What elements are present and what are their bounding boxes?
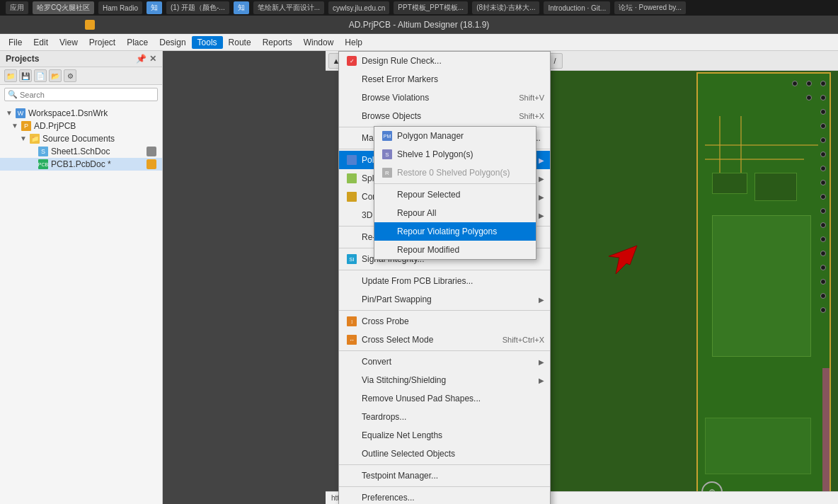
tools-update-pcb-libs[interactable]: Update From PCB Libraries... xyxy=(339,272,550,290)
menu-sep-9 xyxy=(339,486,550,487)
sys-tab-6[interactable]: 笔绘新人平面设计... xyxy=(253,1,324,14)
menu-tools[interactable]: Tools xyxy=(192,36,223,49)
tree-project[interactable]: ▼ P AD.PrjPCB xyxy=(0,120,162,132)
sidebar-title: Projects xyxy=(6,54,39,64)
pcb-border-right xyxy=(822,368,830,504)
tools-via-stitching[interactable]: Via Stitching/Shielding ▶ xyxy=(339,371,550,389)
sys-tab-10[interactable]: Introduction · Git... xyxy=(544,1,610,14)
repour-violating-icon xyxy=(380,224,394,239)
submenu-repour-modified[interactable]: Repour Modified xyxy=(374,241,536,259)
tools-remove-pad-shapes[interactable]: Remove Unused Pad Shapes... xyxy=(339,389,550,408)
pcb-chip-1 xyxy=(712,173,747,194)
via-stitching-icon xyxy=(345,373,359,387)
sys-tab-3[interactable]: 知 xyxy=(147,1,162,14)
pcb-hole xyxy=(820,137,826,143)
tools-cross-probe[interactable]: ↕ Cross Probe xyxy=(339,312,550,331)
pcb-hole xyxy=(806,81,812,86)
testpoint-icon xyxy=(345,469,359,483)
repour-modified-icon xyxy=(380,243,394,257)
sidebar-btn-folder[interactable]: 📁 xyxy=(4,69,17,82)
tree-workspace[interactable]: ▼ W Workspace1.DsnWrk xyxy=(0,107,162,120)
menu-sep-8 xyxy=(339,464,550,465)
menu-help[interactable]: Help xyxy=(339,36,368,49)
update-pcb-libs-icon xyxy=(345,274,359,288)
sys-tab-2[interactable]: Ham Radio xyxy=(98,1,142,14)
pcb-board: ⊕ xyxy=(696,72,831,504)
tree-source-docs[interactable]: ▼ 📁 Source Documents xyxy=(0,132,162,145)
sidebar-btn-open[interactable]: 📂 xyxy=(49,69,62,82)
search-box[interactable]: 🔍 xyxy=(4,88,158,101)
split-planes-arrow: ▶ xyxy=(539,175,544,183)
pcb-hole xyxy=(820,109,826,115)
tools-browse-violations[interactable]: Browse Violations Shift+V xyxy=(339,88,550,107)
pcb-icon: PCB xyxy=(38,159,48,169)
apps-label[interactable]: 应用 xyxy=(6,1,28,14)
tools-drc[interactable]: ✓ Design Rule Check... xyxy=(339,52,550,70)
tools-outline-selected[interactable]: Outline Selected Objects xyxy=(339,445,550,463)
polygon-manager-icon: PM xyxy=(380,129,394,143)
sys-tab-9[interactable]: (8封未读)·吉林大... xyxy=(472,1,539,14)
outline-selected-icon xyxy=(345,447,359,461)
menu-route[interactable]: Route xyxy=(223,36,257,49)
tree-pcb[interactable]: ▶ PCB PCB1.PcbDoc * xyxy=(0,158,162,171)
sidebar-pin-icon[interactable]: 📌 xyxy=(136,54,147,64)
pcb-hole xyxy=(806,95,812,101)
pcb-hole xyxy=(820,222,826,228)
expand-project-icon: ▼ xyxy=(11,122,20,130)
tools-reset-errors[interactable]: Reset Error Markers xyxy=(339,70,550,88)
search-input[interactable] xyxy=(20,91,154,99)
sidebar-btn-new[interactable]: 📄 xyxy=(34,69,47,82)
workspace-label: Workspace1.DsnWrk xyxy=(28,108,108,118)
menu-place[interactable]: Place xyxy=(121,36,154,49)
cross-probe-icon: ↕ xyxy=(345,314,359,328)
sidebar-btn-save[interactable]: 💾 xyxy=(19,69,32,82)
polygon-pours-arrow: ▶ xyxy=(539,156,544,164)
teardrops-label: Teardrops... xyxy=(362,412,544,422)
sidebar-close-icon[interactable]: ✕ xyxy=(149,54,156,64)
menu-window[interactable]: Window xyxy=(298,36,340,49)
submenu-repour-selected[interactable]: Repour Selected xyxy=(374,185,536,204)
3d-body-placement-icon xyxy=(345,208,359,222)
pcb-trace-v2 xyxy=(740,116,742,173)
submenu-shelve-polygon[interactable]: S Shelve 1 Polygon(s) xyxy=(374,145,536,164)
tools-testpoint-manager[interactable]: Testpoint Manager... xyxy=(339,466,550,485)
folder-icon: 📁 xyxy=(30,134,40,144)
main-layout: Projects 📌 ✕ 📁 💾 📄 📂 ⚙ 🔍 ▼ W Workspace1.… xyxy=(0,51,838,504)
browse-objects-label: Browse Objects xyxy=(362,111,513,121)
sys-tab-1[interactable]: 哈罗CQ火腿社区 xyxy=(33,1,94,14)
sys-tab-7[interactable]: cywlsy.jlu.edu.cn xyxy=(328,1,389,14)
restore-polygon-label: Restore 0 Shelved Polygon(s) xyxy=(397,168,510,178)
submenu-restore-polygon[interactable]: R Restore 0 Shelved Polygon(s) xyxy=(374,164,536,182)
sys-tab-5[interactable]: 知 xyxy=(234,1,249,14)
tools-teardrops[interactable]: Teardrops... xyxy=(339,408,550,426)
sys-tab-8[interactable]: PPT模板_PPT模板... xyxy=(394,1,468,14)
tree-schematic[interactable]: ▶ S Sheet1.SchDoc xyxy=(0,145,162,158)
submenu-repour-violating[interactable]: Repour Violating Polygons xyxy=(374,222,536,241)
menu-file[interactable]: File xyxy=(3,36,28,49)
menu-design[interactable]: Design xyxy=(154,36,191,49)
project-label: AD.PrjPCB xyxy=(34,121,76,131)
submenu-polygon-manager[interactable]: PM Polygon Manager xyxy=(374,127,536,145)
tools-preferences[interactable]: Preferences... xyxy=(339,488,550,504)
schematic-label: Sheet1.SchDoc xyxy=(51,147,110,156)
submenu-repour-all[interactable]: Repour All xyxy=(374,204,536,222)
menu-project[interactable]: Project xyxy=(84,36,121,49)
menu-sep-7 xyxy=(339,350,550,351)
tools-browse-objects[interactable]: Browse Objects Shift+X xyxy=(339,107,550,125)
remove-pad-label: Remove Unused Pad Shapes... xyxy=(362,394,544,403)
tools-cross-select-mode[interactable]: ↔ Cross Select Mode Shift+Ctrl+X xyxy=(339,331,550,349)
tools-pin-part-swapping[interactable]: Pin/Part Swapping ▶ xyxy=(339,290,550,309)
sys-tab-11[interactable]: 论坛 · Powered by... xyxy=(614,1,686,14)
tools-equalize-nets[interactable]: Equalize Net Lengths xyxy=(339,426,550,445)
menu-view[interactable]: View xyxy=(54,36,84,49)
preferences-icon xyxy=(345,491,359,504)
title-text: AD.PrjPCB - Altium Designer (18.1.9) xyxy=(349,20,490,30)
menu-edit[interactable]: Edit xyxy=(28,36,54,49)
sidebar-btn-settings[interactable]: ⚙ xyxy=(64,69,76,82)
tools-convert[interactable]: Convert ▶ xyxy=(339,353,550,371)
sys-tab-4[interactable]: (1) 开题（颜色-... xyxy=(166,1,229,14)
reset-errors-label: Reset Error Markers xyxy=(362,74,544,84)
menu-reports[interactable]: Reports xyxy=(257,36,298,49)
repour-selected-label: Repour Selected xyxy=(397,190,460,200)
workspace-icon: W xyxy=(16,108,25,118)
